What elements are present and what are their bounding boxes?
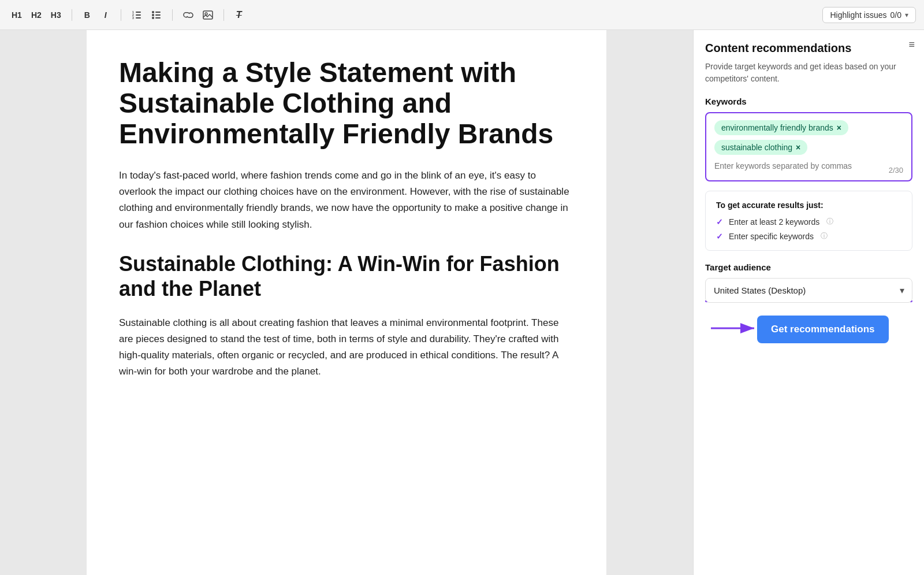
svg-rect-7	[155, 14, 161, 16]
format-buttons: B I	[79, 7, 114, 23]
audience-label: Target audience	[705, 262, 912, 272]
divider-4	[223, 9, 224, 21]
tip-text-2: Enter specific keywords	[729, 232, 814, 241]
highlight-count: 0/0	[891, 10, 901, 20]
h2-button[interactable]: H2	[28, 7, 45, 23]
divider-3	[172, 9, 173, 21]
highlight-label: Highlight issues	[830, 10, 886, 20]
keywords-label: Keywords	[705, 97, 912, 106]
divider-2	[121, 9, 121, 21]
unordered-list-button[interactable]	[148, 7, 165, 23]
keyword-chip-2-remove[interactable]: ×	[796, 143, 800, 152]
svg-rect-2	[136, 17, 141, 18]
divider-1	[72, 9, 72, 21]
svg-rect-0	[136, 12, 141, 13]
main-layout: Making a Style Statement with Sustainabl…	[0, 30, 924, 575]
tip-check-1-icon: ✓	[716, 217, 723, 227]
article-title: Making a Style Statement with Sustainabl…	[119, 58, 574, 149]
editor-content[interactable]: Making a Style Statement with Sustainabl…	[87, 30, 606, 575]
svg-rect-8	[155, 17, 161, 18]
italic-button[interactable]: I	[98, 7, 114, 23]
svg-point-10	[152, 14, 154, 16]
article-h2: Sustainable Clothing: A Win-Win for Fash…	[119, 251, 574, 301]
audience-select-wrapper: United States (Desktop) United States (M…	[705, 278, 912, 302]
sidebar-menu-icon[interactable]: ≡	[908, 39, 915, 50]
highlight-chevron-icon: ▾	[905, 11, 908, 19]
ordered-list-button[interactable]: 123	[128, 7, 146, 23]
svg-point-11	[152, 17, 154, 19]
keyword-chip-2-text: sustainable clothing	[721, 143, 792, 152]
keyword-chip-1[interactable]: environmentally friendly brands ×	[714, 120, 848, 135]
image-button[interactable]	[199, 7, 217, 23]
tips-box: To get accurate results just: ✓ Enter at…	[705, 191, 912, 251]
keyword-chip-1-text: environmentally friendly brands	[721, 123, 833, 132]
cta-container: Get recommendations	[705, 314, 912, 345]
tip-item-2: ✓ Enter specific keywords ⓘ	[716, 231, 901, 241]
tip-info-1-icon[interactable]: ⓘ	[826, 217, 833, 227]
arrow-decoration	[705, 314, 763, 345]
toolbar: H1 H2 H3 B I 123 T Highlight issues 0/0 …	[0, 0, 924, 30]
list-buttons: 123	[128, 7, 165, 23]
article-body-2: Sustainable clothing is all about creati…	[119, 315, 574, 380]
keyword-chip-2[interactable]: sustainable clothing ×	[714, 140, 807, 155]
svg-rect-12	[203, 11, 213, 19]
svg-rect-6	[155, 12, 161, 13]
svg-text:3: 3	[132, 16, 134, 19]
link-button[interactable]	[180, 7, 197, 23]
clear-format-button[interactable]: T	[231, 7, 247, 23]
h1-button[interactable]: H1	[8, 7, 25, 23]
arrow-svg	[705, 314, 763, 343]
svg-point-13	[205, 13, 207, 15]
insert-buttons	[180, 7, 217, 23]
tip-text-1: Enter at least 2 keywords	[729, 217, 819, 227]
heading-buttons: H1 H2 H3	[8, 7, 65, 23]
bold-button[interactable]: B	[79, 7, 95, 23]
keyword-chips-container: environmentally friendly brands × sustai…	[714, 120, 903, 155]
keyword-chip-1-remove[interactable]: ×	[837, 123, 841, 132]
highlight-issues-button[interactable]: Highlight issues 0/0 ▾	[822, 7, 916, 23]
tip-item-1: ✓ Enter at least 2 keywords ⓘ	[716, 217, 901, 227]
tip-check-2-icon: ✓	[716, 232, 723, 241]
svg-rect-1	[136, 14, 141, 16]
keywords-counter: 2/30	[889, 166, 903, 175]
get-recommendations-button[interactable]: Get recommendations	[757, 316, 889, 343]
sidebar: ≡ Content recommendations Provide target…	[693, 30, 924, 575]
tip-info-2-icon[interactable]: ⓘ	[821, 231, 828, 241]
sidebar-description: Provide target keywords and get ideas ba…	[705, 61, 912, 85]
editor-area: Making a Style Statement with Sustainabl…	[0, 30, 693, 575]
tips-title: To get accurate results just:	[716, 201, 901, 210]
audience-select[interactable]: United States (Desktop) United States (M…	[705, 278, 912, 303]
sidebar-title: Content recommendations	[705, 42, 912, 55]
keywords-box[interactable]: environmentally friendly brands × sustai…	[705, 112, 912, 181]
keywords-input[interactable]	[714, 161, 903, 170]
svg-point-9	[152, 11, 154, 13]
article-body-1: In today's fast-paced world, where fashi…	[119, 168, 574, 232]
h3-button[interactable]: H3	[47, 7, 65, 23]
